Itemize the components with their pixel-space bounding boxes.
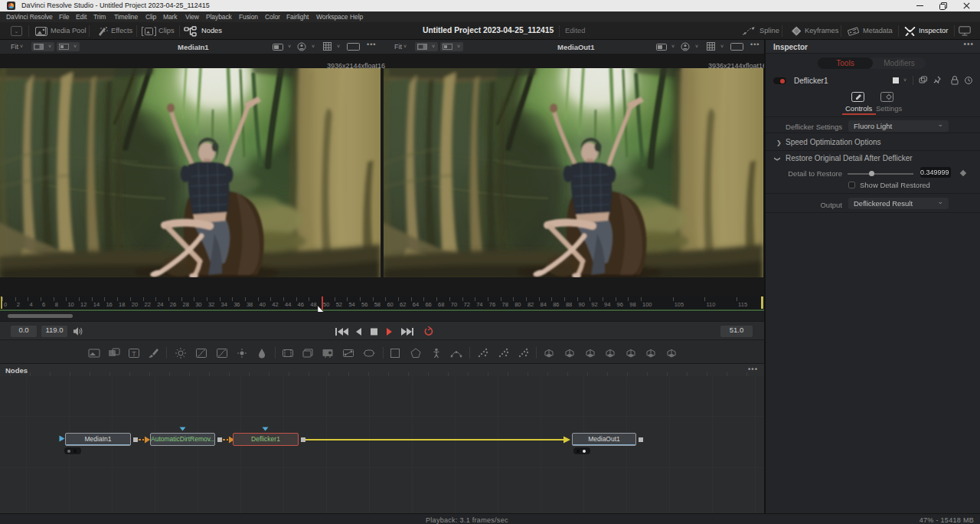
svg-text:T: T: [132, 350, 136, 358]
